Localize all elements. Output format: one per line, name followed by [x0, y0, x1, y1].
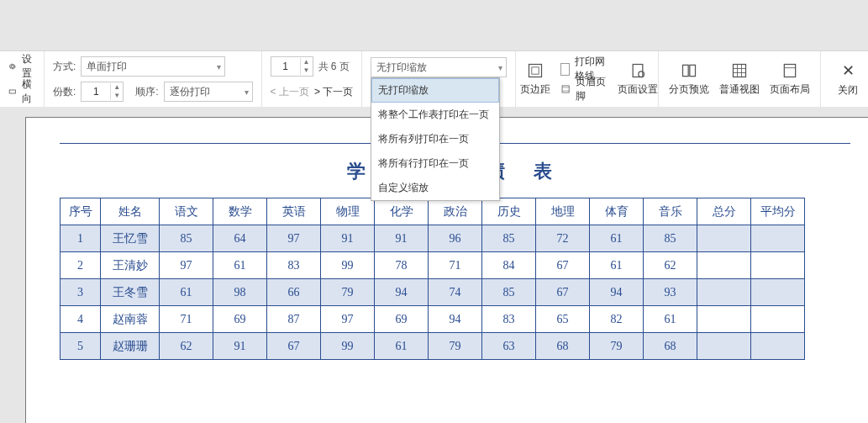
margins-icon	[527, 62, 544, 79]
page-break-preview-button[interactable]: 分页预览	[664, 59, 714, 100]
next-page-label: 下一页	[323, 86, 353, 98]
mode-value: 单面打印	[87, 60, 127, 74]
scale-combo[interactable]: 无打印缩放 ▾	[371, 57, 507, 77]
copies-spinner[interactable]: 1 ▲▼	[81, 82, 124, 102]
settings-label: 设置	[22, 52, 35, 81]
table-cell: 85	[482, 279, 536, 306]
headerfooter-button[interactable]: 页眉页脚	[560, 79, 611, 99]
table-cell: 66	[267, 279, 321, 306]
table-header-row: 序号姓名语文数学英语物理化学政治历史地理体育音乐总分平均分	[60, 198, 805, 225]
gridlines-checkbox[interactable]	[560, 63, 570, 76]
page-break-preview-label: 分页预览	[669, 82, 709, 97]
table-row: 2王清妙97618399787184676162	[60, 252, 805, 279]
mode-label: 方式:	[53, 60, 76, 74]
table-cell: 94	[590, 279, 644, 306]
scale-option[interactable]: 将所有行打印在一页	[371, 151, 499, 176]
table-cell: 61	[160, 279, 213, 306]
table-cell	[751, 279, 805, 306]
table-cell: 68	[644, 333, 697, 360]
table-cell: 78	[375, 252, 429, 279]
table-cell: 64	[213, 225, 267, 252]
table-header-cell: 总分	[697, 198, 751, 225]
spin-down-icon[interactable]: ▼	[111, 92, 123, 100]
mode-combo[interactable]: 单面打印 ▾	[81, 56, 225, 77]
page-layout-label: 页面布局	[770, 82, 810, 97]
table-row: 4赵南蓉71698797699483658261	[60, 306, 805, 333]
svg-rect-6	[633, 64, 643, 77]
table-cell: 87	[267, 306, 321, 333]
normal-view-label: 普通视图	[719, 82, 760, 97]
table-cell: 83	[482, 306, 536, 333]
table-cell: 63	[482, 333, 536, 360]
scale-option[interactable]: 将所有列打印在一页	[371, 127, 499, 151]
table-cell: 83	[267, 252, 321, 279]
page-setup-label: 页面设置	[618, 82, 658, 97]
table-cell: 72	[536, 225, 590, 252]
svg-rect-3	[562, 86, 569, 93]
table-cell	[751, 252, 805, 279]
table-cell: 97	[321, 306, 375, 333]
table-cell: 68	[536, 333, 590, 360]
page-spinner[interactable]: 1 ▲▼	[271, 56, 313, 77]
table-cell: 85	[160, 225, 213, 252]
order-combo[interactable]: 逐份打印 ▾	[164, 82, 253, 102]
svg-rect-0	[9, 90, 15, 93]
table-cell: 94	[375, 279, 429, 306]
copies-label: 份数:	[53, 85, 76, 99]
order-label: 顺序:	[135, 85, 158, 99]
scale-option[interactable]: 自定义缩放	[371, 176, 499, 200]
landscape-button[interactable]: 横向	[8, 82, 35, 102]
table-row: 5赵珊珊62916799617963687968	[60, 333, 805, 360]
close-button[interactable]: ✕ 关闭	[829, 58, 866, 101]
group-print-options: 方式: 单面打印 ▾ 份数: 1 ▲▼ 顺序: 逐份打印 ▾	[45, 51, 262, 107]
table-cell: 62	[644, 252, 697, 279]
table-cell: 97	[267, 225, 321, 252]
spin-down-icon[interactable]: ▼	[301, 66, 313, 75]
table-header-cell: 平均分	[751, 198, 805, 225]
normal-view-button[interactable]: 普通视图	[714, 59, 765, 100]
spin-up-icon[interactable]: ▲	[301, 58, 313, 66]
table-cell: 85	[482, 225, 536, 252]
caret-down-icon: ▾	[217, 62, 221, 71]
table-cell: 96	[429, 225, 482, 252]
table-cell: 61	[590, 252, 644, 279]
table-cell: 69	[375, 306, 429, 333]
table-cell: 74	[429, 279, 482, 306]
scale-option[interactable]: 将整个工作表打印在一页	[371, 103, 499, 127]
settings-button[interactable]: 设置	[8, 56, 35, 77]
table-header-cell: 化学	[375, 198, 429, 225]
table-cell: 91	[213, 333, 267, 360]
headerfooter-icon	[560, 83, 571, 95]
page-break-preview-icon	[681, 62, 697, 79]
table-cell: 65	[536, 306, 590, 333]
table-header-cell: 数学	[213, 198, 267, 225]
table-cell: 5	[60, 333, 101, 360]
page-setup-icon	[629, 62, 646, 79]
table-cell	[751, 333, 805, 360]
margins-label: 页边距	[520, 82, 550, 97]
spin-up-icon[interactable]: ▲	[111, 83, 123, 92]
page-layout-button[interactable]: 页面布局	[765, 59, 815, 100]
table-header-cell: 音乐	[644, 198, 697, 225]
svg-rect-10	[734, 64, 746, 77]
next-page-button[interactable]: > 下一页	[314, 85, 353, 99]
page-setup-button[interactable]: 页面设置	[618, 59, 658, 100]
landscape-icon	[8, 86, 17, 98]
close-icon: ✕	[842, 61, 855, 80]
table-cell: 61	[644, 306, 697, 333]
table-cell: 2	[60, 252, 101, 279]
table-cell: 3	[60, 279, 101, 306]
table-row: 3王冬雪61986679947485679493	[60, 279, 805, 306]
table-cell	[697, 279, 751, 306]
total-pages: 共 6 页	[318, 60, 350, 74]
table-cell	[697, 225, 751, 252]
table-cell: 4	[60, 306, 101, 333]
table-row: 1王忆雪85649791919685726185	[60, 225, 805, 252]
table-cell: 84	[482, 252, 536, 279]
table-cell: 93	[644, 279, 697, 306]
svg-rect-2	[531, 66, 538, 73]
table-cell: 67	[536, 279, 590, 306]
scale-option[interactable]: 无打印缩放	[371, 78, 499, 103]
margins-button[interactable]: 页边距	[516, 59, 554, 100]
table-cell: 赵南蓉	[101, 306, 160, 333]
